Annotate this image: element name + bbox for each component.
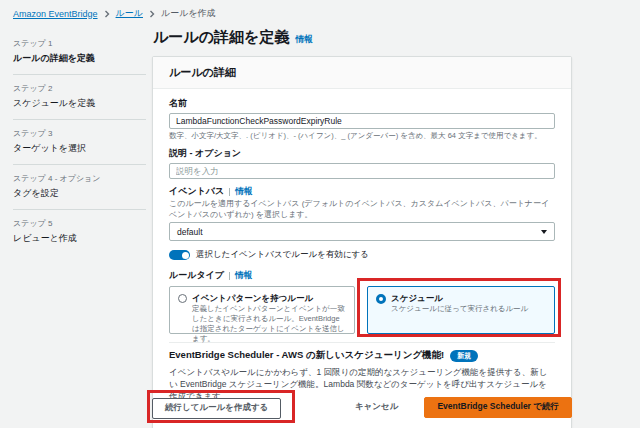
- scheduler-promo-header: EventBridge Scheduler - AWS の新しいスケジューリング…: [169, 349, 555, 362]
- step-number: ステップ 1: [13, 38, 146, 49]
- step-title: ルールの詳細を定義: [13, 52, 146, 65]
- enable-rule-toggle-label: 選択したイベントバスでルールを有効にする: [196, 249, 369, 261]
- step-number: ステップ 5: [13, 218, 146, 229]
- breadcrumb: Amazon EventBridge ルール ルールを作成: [13, 7, 216, 20]
- step-number: ステップ 4 - オプション: [13, 173, 146, 184]
- step-title: ターゲットを選択: [13, 142, 146, 155]
- rule-type-label: ルールタイプ: [169, 269, 224, 282]
- continue-with-scheduler-button[interactable]: EventBridge Scheduler で続行: [424, 397, 572, 418]
- label-divider: [229, 188, 230, 196]
- enable-rule-toggle-row: 選択したイベントバスでルールを有効にする: [169, 249, 555, 261]
- sidebar-step-3[interactable]: ステップ 3 ターゲットを選択: [13, 119, 146, 164]
- new-badge: 新規: [450, 350, 478, 362]
- card-body: 名前 数字、小文字/大文字、. (ピリオド)、- (ハイフン)、_ (アンダーバ…: [153, 89, 571, 428]
- breadcrumb-link-eventbridge[interactable]: Amazon EventBridge: [13, 9, 98, 19]
- option-text: イベントパターンを持つルール 定義したイベントパターンとイベントが一致したときに…: [192, 293, 346, 327]
- option-title: スケジュール: [391, 293, 528, 303]
- name-field-label: 名前: [169, 97, 555, 110]
- label-divider: [229, 272, 230, 280]
- step-number: ステップ 3: [13, 128, 146, 139]
- step-title: レビューと作成: [13, 232, 146, 245]
- event-bus-info-link[interactable]: 情報: [235, 186, 252, 198]
- event-bus-label-row: イベントバス 情報: [169, 185, 555, 198]
- option-title: イベントパターンを持つルール: [192, 293, 346, 303]
- footer-right-group: キャンセル EventBridge Scheduler で続行: [343, 397, 572, 418]
- scheduler-promo-title: EventBridge Scheduler - AWS の新しいスケジューリング…: [169, 349, 444, 362]
- name-constraint-text: 数字、小文字/大文字、. (ピリオド)、- (ハイフン)、_ (アンダーバー) …: [169, 131, 555, 141]
- chevron-right-icon: [149, 10, 155, 18]
- rule-type-option-event-pattern[interactable]: イベントパターンを持つルール 定義したイベントパターンとイベントが一致したときに…: [169, 286, 355, 334]
- breadcrumb-current: ルールを作成: [161, 7, 216, 20]
- event-bus-label: イベントバス: [169, 185, 224, 198]
- event-bus-selected-value: default: [177, 227, 203, 237]
- main-content: ルールの詳細を定義 情報 ルールの詳細 名前 数字、小文字/大文字、. (ピリオ…: [152, 24, 572, 428]
- rule-type-label-row: ルールタイプ 情報: [169, 269, 555, 282]
- rule-type-option-schedule-wrap: スケジュール スケジュールに従って実行されるルール: [367, 286, 555, 334]
- cancel-button[interactable]: キャンセル: [343, 397, 411, 418]
- radio-unchecked-icon[interactable]: [178, 294, 187, 303]
- sidebar-step-4[interactable]: ステップ 4 - オプション タグを設定: [13, 164, 146, 209]
- enable-rule-toggle[interactable]: [169, 250, 190, 260]
- event-bus-description: このルールを適用するイベントバス (デフォルトのイベントバス、カスタムイベントバ…: [169, 199, 555, 220]
- page-info-link[interactable]: 情報: [295, 34, 312, 46]
- chevron-right-icon: [104, 10, 110, 18]
- rule-name-input[interactable]: [169, 113, 555, 129]
- breadcrumb-link-rules[interactable]: ルール: [116, 7, 143, 20]
- rule-type-options: イベントパターンを持つルール 定義したイベントパターンとイベントが一致したときに…: [169, 286, 555, 334]
- page-title: ルールの詳細を定義: [153, 28, 289, 47]
- wizard-steps-sidebar: ステップ 1 ルールの詳細を定義 ステップ 2 スケジュールを定義 ステップ 3…: [13, 30, 146, 254]
- eventbridge-create-rule-page: Amazon EventBridge ルール ルールを作成 ステップ 1 ルール…: [0, 0, 640, 428]
- caret-down-icon: [541, 230, 547, 234]
- rule-type-info-link[interactable]: 情報: [235, 270, 252, 282]
- rule-type-option-schedule[interactable]: スケジュール スケジュールに従って実行されるルール: [367, 286, 555, 334]
- footer-actions: 続行してルールを作成する キャンセル EventBridge Scheduler…: [152, 396, 572, 419]
- event-bus-select[interactable]: default: [169, 222, 555, 241]
- radio-checked-icon[interactable]: [376, 294, 386, 304]
- sidebar-step-2[interactable]: ステップ 2 スケジュールを定義: [13, 74, 146, 119]
- option-description: スケジュールに従って実行されるルール: [391, 304, 528, 314]
- continue-create-rule-button[interactable]: 続行してルールを作成する: [152, 398, 281, 419]
- description-field-label: 説明 - オプション: [169, 147, 555, 160]
- card-header: ルールの詳細: [153, 57, 571, 89]
- sidebar-step-1[interactable]: ステップ 1 ルールの詳細を定義: [13, 30, 146, 74]
- page-title-row: ルールの詳細を定義 情報: [153, 28, 572, 47]
- step-title: スケジュールを定義: [13, 97, 146, 110]
- step-number: ステップ 2: [13, 83, 146, 94]
- step-title: タグを設定: [13, 187, 146, 200]
- option-text: スケジュール スケジュールに従って実行されるルール: [391, 293, 528, 327]
- sidebar-step-5[interactable]: ステップ 5 レビューと作成: [13, 209, 146, 254]
- continue-button-wrap: 続行してルールを作成する: [152, 396, 281, 419]
- rule-details-card: ルールの詳細 名前 数字、小文字/大文字、. (ピリオド)、- (ハイフン)、_…: [152, 56, 572, 428]
- rule-description-input[interactable]: [169, 163, 555, 179]
- option-description: 定義したイベントパターンとイベントが一致したときに実行されるルール。EventB…: [192, 304, 346, 343]
